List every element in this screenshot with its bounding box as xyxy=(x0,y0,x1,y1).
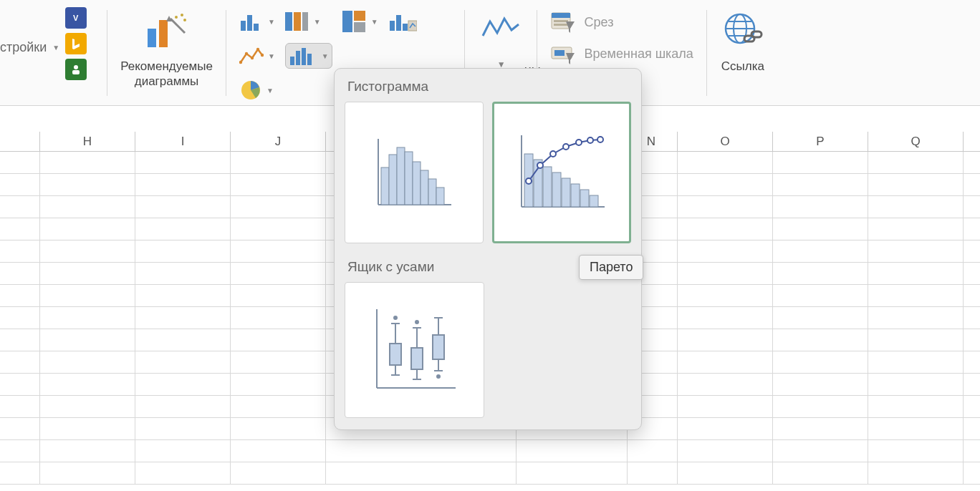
bing-icon[interactable] xyxy=(65,33,87,54)
svg-rect-56 xyxy=(428,179,436,205)
svg-rect-55 xyxy=(421,170,428,205)
svg-point-68 xyxy=(526,178,532,184)
svg-rect-54 xyxy=(413,162,421,205)
chart-type-popup: Гистограмма xyxy=(334,68,642,430)
svg-rect-29 xyxy=(354,22,365,32)
svg-rect-24 xyxy=(296,51,300,65)
slicer-icon xyxy=(550,11,575,33)
svg-point-91 xyxy=(437,375,440,378)
svg-rect-63 xyxy=(552,172,561,207)
svg-point-2 xyxy=(74,65,78,69)
svg-rect-27 xyxy=(342,11,352,32)
hierarchy-chart-button[interactable]: ▼ xyxy=(342,9,378,34)
svg-rect-62 xyxy=(543,167,552,207)
histogram-thumb-icon xyxy=(371,133,457,212)
svg-rect-31 xyxy=(396,15,401,31)
svg-text:V: V xyxy=(73,14,79,22)
svg-point-74 xyxy=(597,137,603,142)
box-whisker-option[interactable] xyxy=(345,282,484,418)
svg-rect-5 xyxy=(159,20,168,47)
timeline-icon xyxy=(550,43,575,64)
svg-rect-67 xyxy=(590,195,598,207)
svg-rect-4 xyxy=(148,29,156,47)
timeline-button[interactable]: Временная шкала xyxy=(550,43,693,64)
recommended-charts-group: Рекомендуемые диаграммы xyxy=(107,0,226,105)
line-chart-button[interactable]: ▼ xyxy=(239,43,275,69)
svg-rect-13 xyxy=(254,24,259,31)
svg-rect-11 xyxy=(241,21,246,31)
svg-point-15 xyxy=(245,52,248,55)
svg-rect-64 xyxy=(562,178,570,207)
svg-rect-12 xyxy=(247,15,252,31)
line-chart-icon xyxy=(239,47,264,65)
svg-point-16 xyxy=(251,57,254,59)
svg-line-6 xyxy=(170,19,185,33)
svg-rect-32 xyxy=(403,24,408,31)
pie-chart-icon xyxy=(239,79,262,102)
col-header-p[interactable]: P xyxy=(773,132,868,151)
pareto-chart-option[interactable] xyxy=(492,102,631,243)
svg-point-8 xyxy=(175,16,178,19)
svg-rect-66 xyxy=(580,190,589,207)
col-header-h[interactable]: H xyxy=(40,132,135,151)
svg-rect-36 xyxy=(552,13,570,18)
svg-rect-53 xyxy=(405,152,413,205)
addins-dropdown[interactable]: стройки▼ xyxy=(0,40,59,55)
column-chart-icon xyxy=(239,11,264,32)
pareto-thumb-icon xyxy=(511,130,612,215)
link-button[interactable]: Ссылка xyxy=(720,4,766,74)
globe-link-icon xyxy=(723,11,763,49)
combo-chart-button[interactable] xyxy=(388,9,417,34)
col-header-i[interactable]: I xyxy=(135,132,231,151)
col-header-o[interactable]: O xyxy=(678,132,773,151)
box-whisker-thumb-icon xyxy=(368,303,461,397)
svg-point-10 xyxy=(183,19,186,21)
svg-rect-3 xyxy=(72,70,80,74)
col-header-j[interactable]: J xyxy=(231,132,326,151)
svg-point-73 xyxy=(587,137,593,143)
svg-point-9 xyxy=(181,14,183,16)
people-graph-icon[interactable] xyxy=(65,59,87,80)
histogram-section-title: Гистограмма xyxy=(335,69,641,102)
svg-rect-22 xyxy=(302,12,308,31)
histogram-chart-option[interactable] xyxy=(345,102,484,243)
bar-chart-icon xyxy=(285,11,309,32)
svg-rect-78 xyxy=(390,344,401,365)
svg-point-18 xyxy=(261,54,264,57)
slicer-button[interactable]: Срез xyxy=(550,11,693,33)
recommended-charts-button[interactable]: Рекомендуемые диаграммы xyxy=(120,4,213,89)
svg-rect-23 xyxy=(290,57,294,65)
column-chart-button[interactable]: ▼ xyxy=(239,9,275,34)
sparkline-icon xyxy=(480,14,522,46)
svg-point-14 xyxy=(239,61,242,64)
svg-rect-21 xyxy=(294,12,301,31)
svg-rect-30 xyxy=(390,21,395,31)
svg-rect-88 xyxy=(433,335,444,359)
svg-point-72 xyxy=(576,140,582,145)
svg-rect-50 xyxy=(381,167,389,205)
visio-icon[interactable]: V xyxy=(65,7,87,29)
svg-point-17 xyxy=(256,48,259,51)
pareto-tooltip: Парето xyxy=(579,255,643,280)
pie-chart-button[interactable]: ▼ xyxy=(239,77,275,103)
svg-rect-28 xyxy=(354,11,365,21)
sparklines-button[interactable]: ▼ xyxy=(478,4,524,73)
svg-rect-37 xyxy=(554,20,568,22)
statistic-chart-button[interactable]: ▼ xyxy=(285,43,332,69)
svg-point-70 xyxy=(550,151,556,157)
svg-rect-25 xyxy=(302,48,306,65)
svg-rect-40 xyxy=(554,50,565,56)
svg-rect-33 xyxy=(408,21,417,31)
svg-rect-26 xyxy=(307,54,312,65)
col-header[interactable] xyxy=(0,132,40,151)
bar-chart-button[interactable]: ▼ xyxy=(285,9,332,34)
col-header-q[interactable]: Q xyxy=(868,132,964,151)
svg-rect-83 xyxy=(411,348,423,369)
svg-rect-20 xyxy=(285,12,292,31)
svg-rect-38 xyxy=(554,24,568,26)
svg-point-81 xyxy=(394,316,397,319)
svg-rect-52 xyxy=(397,147,405,205)
svg-point-86 xyxy=(415,321,418,324)
combo-chart-icon xyxy=(388,11,417,32)
svg-rect-51 xyxy=(389,155,397,205)
